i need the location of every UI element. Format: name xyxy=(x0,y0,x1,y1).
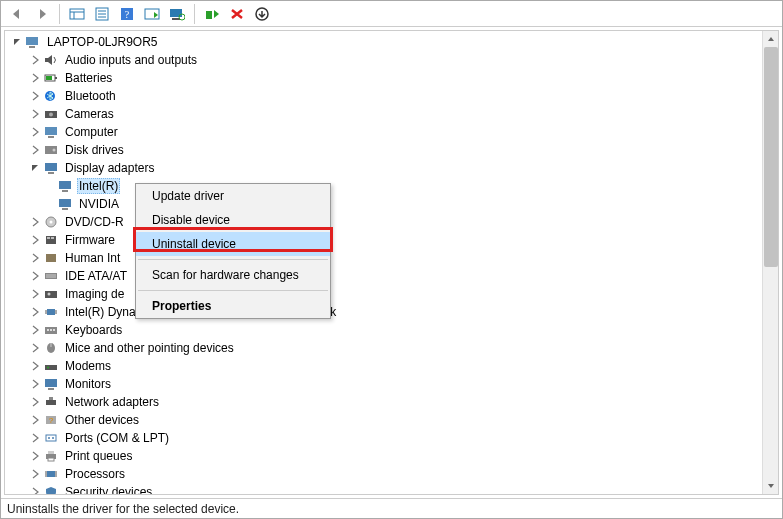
mouse-icon xyxy=(43,340,59,356)
scroll-down-button[interactable] xyxy=(763,478,779,494)
svg-rect-69 xyxy=(47,471,55,477)
svg-rect-38 xyxy=(46,254,56,262)
enable-button[interactable] xyxy=(200,3,224,25)
action-panel-icon xyxy=(144,7,160,21)
tree-category[interactable]: Intel(R) Dynamic Platform and Thermal Fr… xyxy=(11,303,762,321)
category-label: Monitors xyxy=(63,377,113,391)
caret-right-icon[interactable] xyxy=(29,468,41,480)
tree-category[interactable]: Mice and other pointing devices xyxy=(11,339,762,357)
tree-category[interactable]: Batteries xyxy=(11,69,762,87)
hid-icon xyxy=(43,250,59,266)
caret-right-icon[interactable] xyxy=(29,234,41,246)
category-label: Audio inputs and outputs xyxy=(63,53,199,67)
back-button[interactable] xyxy=(5,3,29,25)
tree-category[interactable]: Security devices xyxy=(11,483,762,494)
tree-category[interactable]: Imaging de xyxy=(11,285,762,303)
caret-right-icon[interactable] xyxy=(29,324,41,336)
tree-category-display[interactable]: Display adapters xyxy=(11,159,762,177)
caret-down-icon[interactable] xyxy=(11,36,23,48)
tree-device-nvidia[interactable]: NVIDIA xyxy=(11,195,762,213)
tree-category[interactable]: Modems xyxy=(11,357,762,375)
forward-button[interactable] xyxy=(30,3,54,25)
context-menu-scan-hardware[interactable]: Scan for hardware changes xyxy=(136,263,330,287)
category-label: DVD/CD-R xyxy=(63,215,126,229)
caret-right-icon[interactable] xyxy=(29,108,41,120)
caret-right-icon[interactable] xyxy=(29,270,41,282)
caret-right-icon[interactable] xyxy=(29,144,41,156)
caret-right-icon[interactable] xyxy=(29,216,41,228)
help-button[interactable]: ? xyxy=(115,3,139,25)
computer-icon xyxy=(43,124,59,140)
action-button[interactable] xyxy=(140,3,164,25)
caret-right-icon[interactable] xyxy=(29,450,41,462)
caret-down-icon[interactable] xyxy=(29,162,41,174)
disable-button[interactable] xyxy=(225,3,249,25)
firmware-icon xyxy=(43,232,59,248)
tree-category[interactable]: Disk drives xyxy=(11,141,762,159)
caret-right-icon[interactable] xyxy=(29,90,41,102)
tree-category[interactable]: Audio inputs and outputs xyxy=(11,51,762,69)
tree-category[interactable]: Cameras xyxy=(11,105,762,123)
tree-category[interactable]: DVD/CD-R xyxy=(11,213,762,231)
scroll-up-button[interactable] xyxy=(763,31,779,47)
context-menu-properties[interactable]: Properties xyxy=(136,294,330,318)
caret-right-icon[interactable] xyxy=(29,342,41,354)
context-menu-disable-device[interactable]: Disable device xyxy=(136,208,330,232)
scroll-thumb[interactable] xyxy=(764,47,778,267)
show-hidden-button[interactable] xyxy=(65,3,89,25)
tree-category[interactable]: Processors xyxy=(11,465,762,483)
caret-right-icon[interactable] xyxy=(29,396,41,408)
tree-device-intel[interactable]: Intel(R) xyxy=(11,177,762,195)
toolbar-separator xyxy=(194,4,195,24)
vertical-scrollbar[interactable] xyxy=(762,31,778,494)
tree-category[interactable]: Firmware xyxy=(11,231,762,249)
caret-right-icon[interactable] xyxy=(29,360,41,372)
category-label: Imaging de xyxy=(63,287,126,301)
tree-category[interactable]: Computer xyxy=(11,123,762,141)
caret-right-icon[interactable] xyxy=(29,378,41,390)
caret-right-icon[interactable] xyxy=(29,252,41,264)
imaging-icon xyxy=(43,286,59,302)
svg-rect-36 xyxy=(47,237,50,239)
tree-category[interactable]: ? Other devices xyxy=(11,411,762,429)
toolbar-separator xyxy=(59,4,60,24)
caret-right-icon[interactable] xyxy=(29,288,41,300)
tree-category[interactable]: Bluetooth xyxy=(11,87,762,105)
svg-point-43 xyxy=(48,293,51,296)
caret-right-icon[interactable] xyxy=(29,72,41,84)
device-tree-container: LAPTOP-0LJR9OR5 Audio inputs and outputs… xyxy=(4,30,779,495)
tree-category[interactable]: Network adapters xyxy=(11,393,762,411)
svg-rect-10 xyxy=(170,9,182,17)
help-icon: ? xyxy=(119,7,135,21)
disc-icon xyxy=(43,214,59,230)
tree-category[interactable]: Monitors xyxy=(11,375,762,393)
context-menu-uninstall-device[interactable]: Uninstall device xyxy=(136,232,330,256)
tree-category[interactable]: IDE ATA/AT xyxy=(11,267,762,285)
scan-hardware-button[interactable] xyxy=(165,3,189,25)
security-icon xyxy=(43,484,59,494)
tree-category[interactable]: Print queues xyxy=(11,447,762,465)
update-driver-button[interactable] xyxy=(250,3,274,25)
svg-rect-24 xyxy=(48,136,54,138)
tree-category[interactable]: Ports (COM & LPT) xyxy=(11,429,762,447)
svg-rect-19 xyxy=(46,76,52,80)
caret-right-icon[interactable] xyxy=(29,126,41,138)
svg-point-65 xyxy=(52,437,54,439)
properties-button[interactable] xyxy=(90,3,114,25)
chip-icon xyxy=(43,304,59,320)
tree-category[interactable]: Human Int xyxy=(11,249,762,267)
device-tree[interactable]: LAPTOP-0LJR9OR5 Audio inputs and outputs… xyxy=(5,31,762,494)
category-label: Security devices xyxy=(63,485,154,494)
caret-right-icon[interactable] xyxy=(29,306,41,318)
svg-rect-60 xyxy=(49,397,53,400)
caret-right-icon[interactable] xyxy=(29,414,41,426)
context-menu-update-driver[interactable]: Update driver xyxy=(136,184,330,208)
arrow-left-icon xyxy=(9,7,25,21)
svg-rect-30 xyxy=(62,190,68,192)
tree-category[interactable]: Keyboards xyxy=(11,321,762,339)
caret-right-icon[interactable] xyxy=(29,54,41,66)
tree-root[interactable]: LAPTOP-0LJR9OR5 xyxy=(11,33,762,51)
caret-right-icon[interactable] xyxy=(29,486,41,494)
svg-rect-16 xyxy=(29,46,35,48)
caret-right-icon[interactable] xyxy=(29,432,41,444)
